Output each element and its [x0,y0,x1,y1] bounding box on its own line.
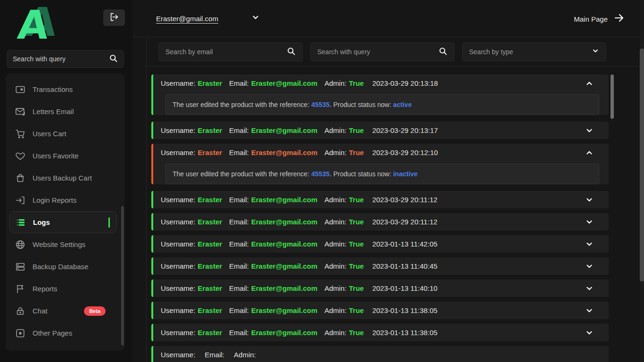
search-icon [287,47,296,58]
log-entry[interactable]: Username: Email: Admin: [151,346,609,362]
sidebar-item-chat[interactable]: Chat Beta [6,300,124,322]
sidebar-item-letters-email[interactable]: Letters Email [6,100,124,123]
chevron-up-icon[interactable] [585,79,594,88]
arrow-right-icon [613,12,625,25]
users-backup-cart-icon [15,173,25,183]
sidebar-item-users-backup-cart[interactable]: Users Backup Cart [6,167,124,189]
sidebar-search [7,50,124,68]
sidebar-item-other-pages[interactable]: Other Pages [6,322,124,344]
search-icon [109,54,118,65]
sidebar-item-logs[interactable]: Logs [9,211,117,233]
log-entry[interactable]: Username: Eraster Email: Eraster@gmail.c… [151,122,609,139]
chevron-down-icon[interactable] [585,306,594,315]
timestamp: 2023-01-13 11:42:05 [372,240,438,248]
username-value: Eraster [198,218,222,226]
admin-label: Admin: [324,240,347,248]
log-entry[interactable]: Username: Eraster Email: Eraster@gmail.c… [151,191,609,208]
admin-value: True [349,196,364,204]
log-entry-header[interactable]: Username: Eraster Email: Eraster@gmail.c… [153,74,609,92]
logo-letter: A [16,2,51,45]
email-label: Email: [229,262,249,270]
log-entry[interactable]: Username: Eraster Email: Eraster@gmail.c… [151,280,609,297]
chevron-down-icon[interactable] [585,196,594,204]
sidebar-item-reports[interactable]: Reports [6,278,124,300]
admin-label: Admin: [324,218,347,226]
log-entry[interactable]: Username: Eraster Email: Eraster@gmail.c… [151,257,609,275]
sidebar-item-transactions[interactable]: Transactions [6,78,124,100]
sidebar-item-backup-database[interactable]: Backup Database [6,255,124,278]
email-label: Email: [229,329,249,337]
chevron-down-icon[interactable] [585,218,594,226]
log-entry[interactable]: Username: Eraster Email: Eraster@gmail.c… [151,74,609,115]
search-by-email-input[interactable] [165,48,287,56]
log-list-scrollbar[interactable] [611,74,614,119]
log-entry-header[interactable]: Username: Eraster Email: Eraster@gmail.c… [153,144,609,161]
sidebar-item-users-cart[interactable]: Users Cart [6,123,124,145]
users-favorite-icon [15,151,25,161]
chevron-down-icon [251,13,260,24]
email-value: Eraster@gmail.com [251,79,318,87]
sidebar: A A Transactions Letters Email Users Car… [0,0,132,362]
search-by-type-value: Search by type [469,48,592,56]
email-value: Eraster@gmail.com [251,218,318,226]
beta-badge: Beta [84,306,106,316]
chevron-down-icon[interactable] [585,240,594,248]
chevron-down-icon [592,47,599,57]
search-by-email-box [158,42,303,61]
main-page-label: Main Page [574,15,608,23]
log-entry-header[interactable]: Username: Eraster Email: Eraster@gmail.c… [153,191,609,208]
admin-label: Admin: [324,329,347,337]
sidebar-item-label: Backup Database [33,263,88,271]
admin-label: Admin: [324,126,347,134]
log-entry[interactable]: Username: Eraster Email: Eraster@gmail.c… [151,144,609,184]
log-entry-header[interactable]: Username: Eraster Email: Eraster@gmail.c… [153,280,609,297]
admin-value: True [349,306,364,314]
chevron-down-icon[interactable] [585,126,594,135]
sidebar-item-users-favorite[interactable]: Users Favorite [6,145,124,167]
logout-button[interactable] [103,9,125,26]
topbar: Eraster@gmail.com Main Page [132,0,644,37]
username-value: Eraster [198,306,222,314]
app-logo: A A [8,0,56,45]
log-entry-header[interactable]: Username: Eraster Email: Eraster@gmail.c… [153,122,609,139]
log-entry-header[interactable]: Username: Eraster Email: Eraster@gmail.c… [153,324,609,341]
website-settings-icon [15,239,25,250]
page-scrollbar-thumb[interactable] [640,49,644,281]
main-area: Eraster@gmail.com Main Page [132,0,644,362]
email-value: Eraster@gmail.com [251,126,318,134]
log-entry-header[interactable]: Username: Eraster Email: Eraster@gmail.c… [153,213,609,230]
sidebar-nav: Transactions Letters Email Users Cart Us… [6,74,124,351]
chevron-down-icon[interactable] [585,284,594,293]
timestamp: 2023-01-13 11:38:05 [372,306,438,314]
search-with-query-input[interactable] [317,48,438,56]
main-page-link[interactable]: Main Page [574,12,625,25]
email-value: Eraster@gmail.com [251,240,318,248]
sidebar-scrollbar[interactable] [121,206,124,346]
transactions-icon [15,84,25,95]
log-entry[interactable]: Username: Eraster Email: Eraster@gmail.c… [151,302,609,319]
log-entry[interactable]: Username: Eraster Email: Eraster@gmail.c… [151,235,609,253]
chevron-down-icon[interactable] [585,262,594,271]
log-entry[interactable]: Username: Eraster Email: Eraster@gmail.c… [151,324,609,341]
chevron-up-icon[interactable] [585,148,594,157]
reports-icon [15,284,25,294]
log-entry-header[interactable]: Username: Eraster Email: Eraster@gmail.c… [153,257,609,275]
email-label: Email: [229,240,249,248]
status-value: active [393,101,412,108]
sidebar-item-label: Logs [33,218,50,226]
search-by-type-select[interactable]: Search by type [462,42,606,61]
log-entry-header[interactable]: Username: Eraster Email: Eraster@gmail.c… [153,302,609,319]
log-entry[interactable]: Username: Eraster Email: Eraster@gmail.c… [151,213,609,230]
log-entry-header[interactable]: Username: Email: Admin: [153,346,609,362]
log-list: Username: Eraster Email: Eraster@gmail.c… [147,66,644,362]
sidebar-search-input[interactable] [13,55,109,63]
sidebar-item-login-reports[interactable]: Login Reports [6,189,124,211]
timestamp: 2023-03-29 20:13:17 [372,126,438,134]
log-entry-header[interactable]: Username: Eraster Email: Eraster@gmail.c… [153,235,609,253]
sidebar-item-website-settings[interactable]: Website Settings [6,233,124,255]
chevron-down-icon[interactable] [585,329,594,337]
username-label: Username: [161,240,195,248]
email-value: Eraster@gmail.com [251,329,318,337]
account-dropdown[interactable]: Eraster@gmail.com [156,13,260,24]
username-value: Eraster [198,196,222,204]
